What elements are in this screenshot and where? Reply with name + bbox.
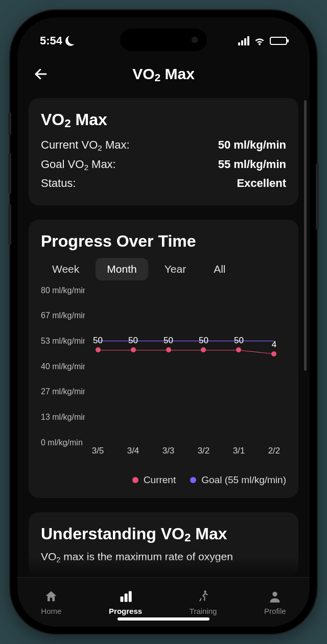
summary-card: VO2 Max Current VO2 Max: 50 ml/kg/min Go… xyxy=(29,98,298,205)
chart: 80 ml/kg/min67 ml/kg/min53 ml/kg/min40 m… xyxy=(41,291,286,459)
summary-title: VO2 Max xyxy=(41,110,286,129)
info-title: Understanding VO2 Max xyxy=(41,524,286,543)
svg-point-4 xyxy=(204,591,206,593)
y-tick: 67 ml/kg/min xyxy=(41,311,85,320)
summary-current-value: 50 ml/kg/min xyxy=(218,135,286,154)
summary-goal-label: Goal VO2 Max: xyxy=(41,155,116,174)
legend-current-dot-icon xyxy=(132,477,138,483)
x-tick: 3/4 xyxy=(127,446,139,456)
data-point-label: 50 xyxy=(128,336,138,346)
summary-current-row: Current VO2 Max: 50 ml/kg/min xyxy=(41,135,286,154)
data-point xyxy=(236,347,241,352)
data-point-label: 50 xyxy=(93,336,103,346)
home-indicator[interactable] xyxy=(118,617,209,621)
summary-goal-value: 55 ml/kg/min xyxy=(218,155,286,174)
legend-goal: Goal (55 ml/kg/min) xyxy=(190,474,286,486)
range-tabs: Week Month Year All xyxy=(41,258,286,280)
svg-rect-1 xyxy=(120,597,123,602)
tabbar-home[interactable]: Home xyxy=(41,588,61,615)
chart-legend: Current Goal (55 ml/kg/min) xyxy=(41,474,286,486)
tabbar-profile[interactable]: Profile xyxy=(264,588,286,615)
summary-status-row: Status: Excellent xyxy=(41,174,286,193)
bar-chart-icon xyxy=(118,588,134,605)
running-icon xyxy=(195,588,212,605)
y-tick: 27 ml/kg/min xyxy=(41,387,85,396)
tab-week[interactable]: Week xyxy=(41,258,90,280)
tab-year[interactable]: Year xyxy=(153,258,197,280)
progress-card: Progress Over Time Week Month Year All 8… xyxy=(29,220,298,498)
x-tick: 3/3 xyxy=(162,446,175,456)
info-card: Understanding VO2 Max VO2 max is the max… xyxy=(29,512,298,576)
data-point-label: 4 xyxy=(272,340,276,350)
y-tick: 53 ml/kg/min xyxy=(41,337,85,346)
y-tick: 0 ml/kg/min xyxy=(41,438,85,447)
data-point xyxy=(201,347,206,352)
svg-rect-2 xyxy=(124,594,127,602)
x-tick: 2/2 xyxy=(268,446,281,456)
svg-rect-3 xyxy=(128,591,131,602)
legend-current: Current xyxy=(132,474,176,486)
cellular-signal-icon xyxy=(238,36,249,45)
x-tick: 3/5 xyxy=(92,446,104,456)
data-point-label: 50 xyxy=(234,336,244,346)
summary-goal-row: Goal VO2 Max: 55 ml/kg/min xyxy=(41,155,286,174)
data-point xyxy=(131,347,136,352)
progress-title: Progress Over Time xyxy=(41,232,286,251)
data-point xyxy=(271,351,276,356)
home-icon xyxy=(43,588,59,605)
scroll-indicator[interactable] xyxy=(304,100,307,371)
app-bar: VO2 Max xyxy=(17,59,310,89)
summary-status-value: Excellent xyxy=(237,174,286,193)
status-time: 5:54 xyxy=(40,34,62,47)
back-button[interactable] xyxy=(31,64,51,84)
tabbar-training[interactable]: Training xyxy=(190,588,217,615)
y-tick: 80 ml/kg/min xyxy=(41,286,85,295)
dnd-moon-icon xyxy=(65,36,76,46)
legend-goal-dot-icon xyxy=(190,477,196,483)
data-point xyxy=(96,347,101,352)
chart-lines xyxy=(86,295,286,443)
x-tick: 3/2 xyxy=(198,446,210,456)
summary-status-label: Status: xyxy=(41,174,76,193)
dynamic-island xyxy=(120,29,207,51)
tabbar-progress[interactable]: Progress xyxy=(109,588,142,615)
y-tick: 13 ml/kg/min xyxy=(41,413,85,422)
tab-month[interactable]: Month xyxy=(96,258,148,280)
x-tick: 3/1 xyxy=(233,446,245,456)
data-point-label: 50 xyxy=(199,336,208,346)
page-title: VO2 Max xyxy=(132,65,195,83)
svg-point-5 xyxy=(273,592,277,597)
battery-icon xyxy=(270,37,287,45)
y-tick: 40 ml/kg/min xyxy=(41,362,85,371)
info-body: VO2 max is the maximum rate of oxygen xyxy=(41,550,286,564)
person-icon xyxy=(267,588,283,605)
tab-all[interactable]: All xyxy=(202,258,237,280)
data-point-label: 50 xyxy=(164,336,173,346)
summary-current-label: Current VO2 Max: xyxy=(41,135,130,154)
arrow-left-icon xyxy=(33,66,49,82)
data-point xyxy=(166,347,171,352)
wifi-icon xyxy=(253,35,266,47)
